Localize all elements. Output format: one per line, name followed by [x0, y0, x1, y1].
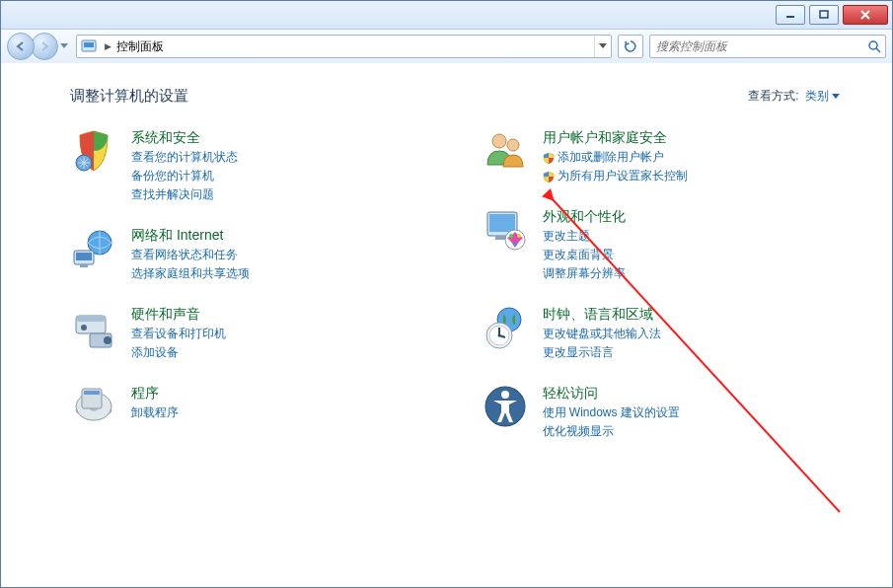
- programs-icon: [70, 383, 117, 430]
- view-by-label: 查看方式:: [748, 88, 798, 105]
- minimize-button[interactable]: [776, 5, 805, 25]
- back-button[interactable]: [7, 33, 35, 60]
- category-title[interactable]: 时钟、语言和区域: [543, 306, 661, 324]
- user-accounts-icon: [482, 127, 529, 175]
- category-link[interactable]: 调整屏幕分辨率: [543, 265, 626, 282]
- category-user-accounts: 用户帐户和家庭安全 添加或删除用户帐户 为所有用户设置家长控制: [482, 127, 863, 184]
- svg-point-15: [104, 336, 112, 344]
- svg-point-37: [501, 391, 509, 399]
- category-ease-of-access: 轻松访问 使用 Windows 建议的设置 优化视频显示: [482, 383, 863, 440]
- page-title: 调整计算机的设置: [70, 87, 188, 106]
- content-area: 调整计算机的设置 查看方式: 类别 系统和安全 查看您的计算机状态 备份您的计算…: [1, 63, 892, 587]
- category-network-internet: 网络和 Internet 查看网络状态和任务 选择家庭组和共享选项: [70, 225, 452, 282]
- category-title[interactable]: 程序: [131, 385, 179, 403]
- svg-rect-20: [84, 391, 100, 395]
- category-link[interactable]: 更改显示语言: [543, 344, 661, 361]
- shield-icon: [543, 152, 555, 164]
- category-system-security: 系统和安全 查看您的计算机状态 备份您的计算机 查找并解决问题: [70, 127, 452, 203]
- svg-line-5: [876, 48, 880, 52]
- forward-button[interactable]: [31, 33, 58, 60]
- category-title[interactable]: 系统和安全: [131, 129, 238, 147]
- hardware-sound-icon: [70, 304, 117, 351]
- left-column: 系统和安全 查看您的计算机状态 备份您的计算机 查找并解决问题 网络和 Inte…: [70, 127, 452, 440]
- category-title[interactable]: 用户帐户和家庭安全: [543, 129, 688, 147]
- category-appearance-personalization: 外观和个性化 更改主题 更改桌面背景 调整屏幕分辨率: [482, 206, 863, 282]
- shield-icon: [543, 171, 555, 183]
- category-clock-language-region: 时钟、语言和区域 更改键盘或其他输入法 更改显示语言: [482, 304, 863, 361]
- svg-point-27: [509, 234, 513, 238]
- svg-point-22: [507, 139, 519, 151]
- category-link[interactable]: 优化视频显示: [543, 423, 680, 440]
- system-security-icon: [70, 127, 117, 175]
- category-title[interactable]: 外观和个性化: [543, 208, 626, 226]
- category-link[interactable]: 添加或删除用户帐户: [543, 149, 688, 166]
- category-link[interactable]: 更改主题: [543, 228, 626, 245]
- navigation-bar: ▶ 控制面板: [1, 30, 892, 64]
- category-programs: 程序 卸载程序: [70, 383, 452, 430]
- category-link[interactable]: 查看您的计算机状态: [131, 149, 238, 166]
- clock-language-icon: [482, 304, 529, 351]
- category-link[interactable]: 添加设备: [131, 344, 226, 361]
- search-box[interactable]: [649, 35, 886, 58]
- category-title[interactable]: 硬件和声音: [131, 306, 226, 324]
- svg-point-13: [81, 325, 87, 331]
- search-icon[interactable]: [863, 39, 885, 53]
- address-dropdown[interactable]: [594, 36, 611, 57]
- svg-point-28: [517, 234, 521, 238]
- refresh-button[interactable]: [618, 35, 643, 58]
- network-internet-icon: [70, 225, 117, 272]
- category-title[interactable]: 网络和 Internet: [131, 227, 250, 245]
- nav-arrows: [7, 33, 70, 60]
- category-link[interactable]: 卸载程序: [131, 404, 179, 421]
- svg-rect-24: [489, 214, 515, 232]
- view-by-value[interactable]: 类别: [805, 88, 840, 105]
- category-title[interactable]: 轻松访问: [543, 385, 680, 403]
- right-column: 用户帐户和家庭安全 添加或删除用户帐户 为所有用户设置家长控制: [482, 127, 863, 440]
- control-panel-icon: [79, 37, 99, 56]
- svg-point-35: [497, 334, 500, 337]
- category-link[interactable]: 为所有用户设置家长控制: [543, 168, 688, 184]
- search-input[interactable]: [650, 39, 863, 53]
- svg-point-4: [869, 41, 877, 49]
- svg-rect-12: [76, 316, 106, 322]
- svg-rect-3: [84, 42, 94, 47]
- category-link[interactable]: 备份您的计算机: [131, 168, 238, 184]
- maximize-button[interactable]: [809, 5, 839, 25]
- svg-point-21: [492, 134, 506, 148]
- category-link[interactable]: 更改键盘或其他输入法: [543, 326, 661, 342]
- category-link[interactable]: 选择家庭组和共享选项: [131, 265, 250, 282]
- svg-rect-9: [76, 253, 92, 260]
- category-link[interactable]: 更改桌面背景: [543, 247, 626, 263]
- category-link[interactable]: 查看网络状态和任务: [131, 247, 250, 263]
- category-link[interactable]: 查看设备和打印机: [131, 326, 226, 342]
- category-link[interactable]: 使用 Windows 建议的设置: [543, 404, 680, 421]
- appearance-icon: [482, 206, 529, 254]
- ease-of-access-icon: [482, 383, 529, 430]
- breadcrumb-current[interactable]: 控制面板: [114, 38, 594, 55]
- close-button[interactable]: [843, 5, 888, 25]
- svg-rect-10: [80, 264, 88, 267]
- address-bar[interactable]: ▶ 控制面板: [76, 35, 612, 58]
- category-link[interactable]: 查找并解决问题: [131, 186, 238, 203]
- window-titlebar: [1, 1, 892, 30]
- view-by-selector[interactable]: 查看方式: 类别: [748, 88, 840, 105]
- svg-point-29: [513, 242, 517, 246]
- category-hardware-sound: 硬件和声音 查看设备和打印机 添加设备: [70, 304, 452, 361]
- svg-rect-1: [820, 11, 828, 18]
- breadcrumb-separator[interactable]: ▶: [101, 36, 114, 57]
- control-panel-window: ▶ 控制面板 调整计算机的设置 查看方式: 类别: [0, 0, 893, 588]
- history-dropdown[interactable]: [58, 35, 70, 58]
